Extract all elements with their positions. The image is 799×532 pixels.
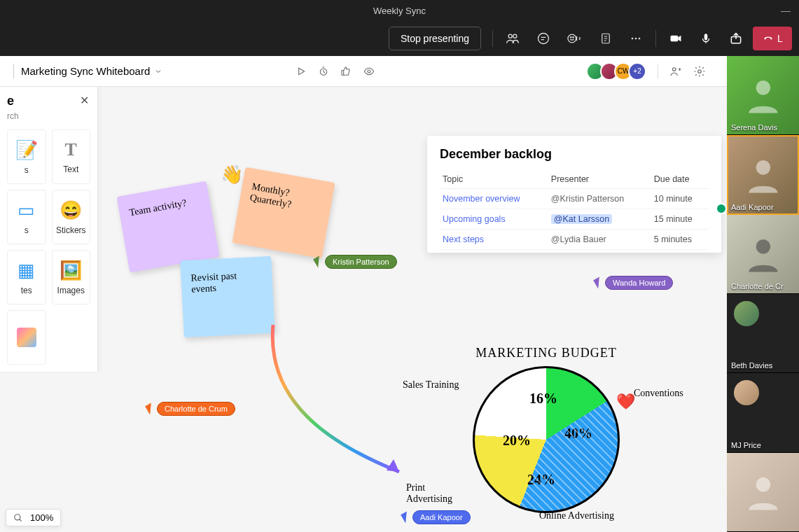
whiteboard-title[interactable]: Marketing Sync Whiteboard — [21, 65, 162, 77]
play-icon[interactable] — [296, 66, 307, 77]
svg-point-21 — [756, 477, 770, 492]
window-title: Weekly Sync — [373, 6, 426, 16]
more-icon[interactable] — [622, 27, 650, 50]
table-row[interactable]: November overview@Kristin Patterson10 mi… — [440, 189, 709, 209]
separator — [658, 64, 658, 78]
svg-point-1 — [513, 34, 517, 38]
table-row[interactable]: Upcoming goals@Kat Larsson15 minute — [440, 209, 709, 230]
sticky-note-orange[interactable]: Monthly? Quarterly? — [232, 167, 335, 259]
tile-images[interactable]: 🖼️Images — [52, 250, 91, 304]
svg-point-16 — [698, 69, 702, 73]
svg-point-8 — [635, 38, 637, 40]
table-row[interactable]: Next steps@Lydia Bauer5 minutes — [440, 230, 709, 250]
mic-icon[interactable] — [693, 27, 719, 50]
tile-more[interactable] — [7, 310, 46, 365]
svg-point-9 — [639, 38, 641, 40]
camera-icon[interactable] — [662, 27, 690, 50]
tile-templates[interactable]: ▦tes — [7, 250, 46, 304]
svg-point-0 — [508, 34, 512, 38]
separator — [655, 30, 656, 47]
tile-shapes[interactable]: ▭s — [7, 190, 46, 244]
create-panel: ✕ e rch 📝s TText ▭s 😄Stickers ▦tes 🖼️Ima… — [0, 87, 98, 372]
tile-notes[interactable]: 📝s — [7, 130, 46, 184]
chevron-down-icon — [154, 67, 162, 76]
stop-presenting-button[interactable]: Stop presenting — [389, 27, 481, 50]
whiteboard-canvas[interactable]: ✕ e rch 📝s TText ▭s 😄Stickers ▦tes 🖼️Ima… — [0, 87, 727, 532]
gear-icon[interactable] — [693, 65, 706, 78]
whiteboard-header: Marketing Sync Whiteboard CW +2 — [0, 56, 727, 87]
cursor-wanda: Wanda Howard — [595, 276, 673, 290]
backlog-title: December backlog — [440, 147, 709, 162]
attendee-tile[interactable]: Beth Davies — [727, 294, 799, 373]
cursor-charlotte: Charlotte de Crum — [147, 402, 235, 416]
presence-avatars[interactable]: CW +2 — [590, 62, 646, 80]
svg-point-17 — [15, 514, 20, 519]
attendee-column: Serena Davis Aadi Kapoor Charlotte de Cr… — [727, 56, 799, 532]
zoom-control[interactable]: 100% — [6, 509, 61, 526]
meeting-controls: Stop presenting L — [0, 21, 799, 56]
whiteboard-content: Marketing Sync Whiteboard CW +2 — [0, 56, 727, 532]
panel-title: e — [7, 94, 90, 108]
presence-dot — [716, 203, 727, 214]
reactions-icon[interactable] — [560, 27, 590, 50]
tile-text[interactable]: TText — [52, 130, 91, 184]
backlog-card[interactable]: December backlog Topic Presenter Due dat… — [427, 136, 721, 253]
svg-point-18 — [756, 81, 770, 96]
svg-point-14 — [368, 70, 370, 73]
share-link-icon[interactable] — [669, 65, 682, 78]
close-icon[interactable]: ✕ — [80, 94, 89, 107]
pie-chart: MARKETING BUDGET 16% 40% 20% 24% Sales T… — [392, 346, 700, 513]
zoom-icon — [13, 513, 23, 523]
attendee-tile[interactable]: Aadi Kapoor — [727, 135, 799, 214]
svg-point-19 — [756, 160, 770, 175]
thumbs-up-icon[interactable] — [340, 66, 352, 77]
notes-icon[interactable] — [592, 27, 619, 50]
svg-point-3 — [568, 34, 576, 43]
chat-icon[interactable] — [529, 27, 557, 50]
tile-stickers[interactable]: 😄Stickers — [52, 190, 91, 244]
svg-point-20 — [756, 239, 770, 254]
timer-icon[interactable] — [318, 66, 329, 77]
leave-button[interactable]: L — [753, 27, 792, 50]
panel-search[interactable]: rch — [7, 111, 90, 121]
chart-title: MARKETING BUDGET — [392, 346, 700, 360]
svg-point-5 — [573, 37, 574, 38]
svg-point-4 — [571, 37, 571, 38]
wave-sticker[interactable]: 👋 — [221, 164, 243, 186]
attendee-tile[interactable]: Charlotte de Cr — [727, 215, 799, 294]
svg-point-2 — [539, 34, 549, 44]
attendee-tile[interactable]: Serena Davis — [727, 56, 799, 135]
svg-point-7 — [632, 38, 634, 40]
people-icon[interactable] — [499, 27, 527, 50]
attendee-tile[interactable] — [727, 453, 799, 532]
app-icon[interactable] — [7, 64, 14, 78]
share-icon[interactable] — [722, 27, 750, 50]
cursor-kristin: Kristin Patterson — [315, 255, 397, 269]
separator — [492, 30, 493, 47]
svg-rect-11 — [704, 34, 708, 40]
svg-point-15 — [673, 67, 676, 71]
backlog-table: Topic Presenter Due date November overvi… — [440, 170, 709, 250]
eye-icon[interactable] — [363, 66, 375, 77]
minimize-icon[interactable]: — — [781, 5, 791, 16]
svg-rect-10 — [671, 36, 679, 41]
window-title-bar: Weekly Sync — — [0, 0, 799, 21]
attendee-tile[interactable]: MJ Price — [727, 373, 799, 452]
